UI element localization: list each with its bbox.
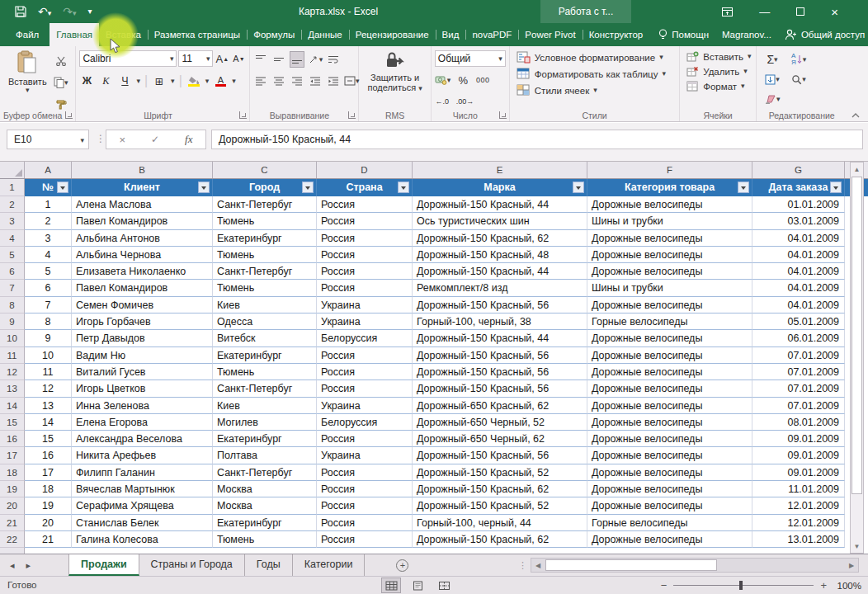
- cell[interactable]: 04.01.2009: [752, 297, 845, 314]
- tab-insert[interactable]: Вставка: [99, 23, 148, 46]
- row-header[interactable]: 14: [0, 398, 25, 414]
- align-center-icon[interactable]: [271, 73, 286, 89]
- cell[interactable]: 20: [25, 515, 72, 531]
- row-header[interactable]: 9: [0, 314, 25, 330]
- filter-dropdown-icon[interactable]: [738, 182, 749, 193]
- cell[interactable]: 07.01.2009: [752, 364, 845, 380]
- decrease-indent-icon[interactable]: [308, 73, 323, 89]
- collapse-ribbon-icon[interactable]: [851, 113, 860, 118]
- cell[interactable]: Горный-100, черный, 44: [413, 515, 587, 531]
- column-header-E[interactable]: E: [413, 162, 587, 178]
- cell[interactable]: Дорожный-150 Красный, 52: [413, 497, 587, 514]
- row-header[interactable]: 3: [0, 213, 25, 229]
- row-header[interactable]: 7: [0, 280, 25, 296]
- cell[interactable]: 04.01.2009: [752, 247, 845, 263]
- tab-constructor[interactable]: Конструктор: [583, 23, 650, 46]
- vertical-scrollbar[interactable]: ▲ ▼: [850, 162, 864, 554]
- insert-function-icon[interactable]: fx: [185, 133, 192, 146]
- cell[interactable]: Могилев: [213, 414, 317, 431]
- cell[interactable]: 14: [25, 414, 72, 431]
- tab-view[interactable]: Вид: [436, 23, 466, 46]
- cell[interactable]: 07.01.2009: [752, 347, 845, 364]
- cell[interactable]: Дорожные велосипеды: [587, 464, 752, 481]
- copy-icon[interactable]: ▾: [54, 74, 68, 91]
- name-box-dropdown-icon[interactable]: ▾: [80, 137, 84, 144]
- cell[interactable]: Серафима Хрящева: [72, 497, 213, 514]
- cell[interactable]: Альбина Антонов: [72, 230, 213, 247]
- cell[interactable]: Россия: [317, 213, 413, 229]
- cell[interactable]: Москва: [213, 497, 317, 514]
- filter-dropdown-icon[interactable]: [573, 182, 584, 193]
- cut-icon[interactable]: [54, 53, 68, 69]
- cell[interactable]: 2: [25, 213, 72, 229]
- cell[interactable]: Александра Веселова: [72, 431, 213, 447]
- align-top-icon[interactable]: [253, 51, 268, 68]
- cell[interactable]: Филипп Галанин: [72, 464, 213, 481]
- cell[interactable]: Дорожный-150 Красный, 62: [413, 230, 587, 247]
- cell[interactable]: 12.01.2009: [752, 497, 845, 514]
- cell[interactable]: Дорожные велосипеды: [587, 230, 752, 247]
- cell[interactable]: Альбина Чернова: [72, 247, 213, 263]
- cell[interactable]: Россия: [317, 481, 413, 497]
- table-column-header[interactable]: Город: [213, 179, 317, 196]
- cell[interactable]: Галина Колесова: [72, 531, 213, 548]
- cell[interactable]: Виталий Гусев: [72, 364, 213, 380]
- zoom-in-icon[interactable]: +: [820, 579, 827, 592]
- cell[interactable]: Дорожные велосипеды: [587, 196, 752, 213]
- protect-share-button[interactable]: Защитить и поделиться ▾: [362, 49, 427, 108]
- cell[interactable]: Горные велосипеды: [587, 515, 752, 531]
- cell[interactable]: 7: [25, 297, 72, 314]
- shrink-font-icon[interactable]: А▼: [231, 50, 246, 67]
- dialog-launcher-icon[interactable]: [239, 111, 247, 119]
- cell[interactable]: 13: [25, 398, 72, 414]
- cell[interactable]: Витебск: [213, 330, 317, 346]
- cell[interactable]: Дорожные велосипеды: [587, 364, 752, 380]
- cell[interactable]: Украина: [317, 297, 413, 314]
- table-column-header[interactable]: Марка: [413, 179, 587, 196]
- sheet-nav-left-icon[interactable]: ◂: [10, 560, 15, 571]
- filter-dropdown-icon[interactable]: [302, 182, 314, 193]
- cell[interactable]: Москва: [213, 481, 317, 497]
- cell[interactable]: Дорожные велосипеды: [587, 447, 752, 464]
- tell-me[interactable]: Помощн: [652, 23, 715, 46]
- cell[interactable]: Полтава: [213, 447, 317, 464]
- vertical-scroll-thumb[interactable]: [851, 177, 862, 494]
- underline-button[interactable]: Ч: [117, 73, 132, 89]
- cell[interactable]: Екатеринбург: [213, 515, 317, 531]
- cell[interactable]: 10: [25, 347, 72, 364]
- cell[interactable]: Дорожные велосипеды: [587, 398, 752, 414]
- align-right-icon[interactable]: [290, 73, 304, 89]
- cell[interactable]: 07.01.2009: [752, 398, 845, 414]
- cell[interactable]: Россия: [317, 263, 413, 280]
- cell[interactable]: Россия: [317, 431, 413, 447]
- decrease-decimal-icon[interactable]: .00→: [456, 93, 474, 110]
- delete-cells-button[interactable]: Удалить▾: [686, 66, 752, 77]
- cell[interactable]: Дорожный-650 Черный, 62: [413, 431, 587, 447]
- cell[interactable]: Дорожный-150 Красный, 44: [413, 263, 587, 280]
- account-name[interactable]: Magranov...: [715, 23, 778, 46]
- row-header[interactable]: 6: [0, 263, 25, 280]
- scroll-up-icon[interactable]: ▲: [851, 163, 863, 176]
- horizontal-scrollbar[interactable]: ◀ ▶: [531, 558, 859, 573]
- table-column-header[interactable]: Страна: [317, 179, 413, 196]
- cell[interactable]: Дорожный-150 Красный, 56: [413, 447, 587, 464]
- cell[interactable]: Украина: [317, 314, 413, 330]
- ribbon-display-icon[interactable]: [722, 7, 733, 16]
- column-header-B[interactable]: B: [72, 162, 213, 178]
- tab-file[interactable]: Файл: [5, 23, 50, 46]
- align-middle-icon[interactable]: [271, 51, 286, 68]
- cell[interactable]: Дорожные велосипеды: [587, 380, 752, 397]
- cell[interactable]: Тюмень: [213, 364, 317, 380]
- cell[interactable]: Дорожный-150 Красный, 56: [413, 347, 587, 364]
- cell[interactable]: Вячеслав Мартынюк: [72, 481, 213, 497]
- cell[interactable]: 18: [25, 481, 72, 497]
- cell[interactable]: Тюмень: [213, 247, 317, 263]
- cell[interactable]: Россия: [317, 347, 413, 364]
- cell[interactable]: 1: [25, 196, 72, 213]
- cell[interactable]: Россия: [317, 280, 413, 296]
- align-bottom-icon[interactable]: [290, 51, 304, 68]
- cell[interactable]: Санкт-Петербуг: [213, 464, 317, 481]
- cell[interactable]: Никита Арефьев: [72, 447, 213, 464]
- orientation-icon[interactable]: ▾: [308, 51, 323, 68]
- filter-dropdown-icon[interactable]: [398, 182, 409, 193]
